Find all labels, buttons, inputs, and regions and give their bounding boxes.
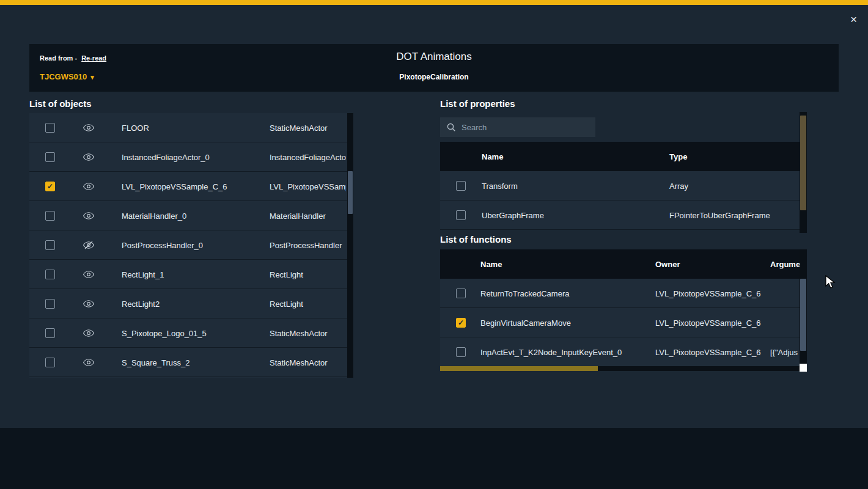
property-checkbox[interactable] bbox=[456, 210, 466, 220]
dialog-header: Read from -Re-read TJCGWS010▾ DOT Animat… bbox=[29, 44, 839, 92]
object-checkbox[interactable] bbox=[45, 328, 55, 338]
function-row[interactable]: BeginVirtualCameraMove LVL_PixotopeVSSam… bbox=[440, 308, 800, 337]
function-checkbox[interactable] bbox=[456, 318, 466, 328]
function-name: BeginVirtualCameraMove bbox=[480, 318, 571, 327]
object-row[interactable]: InstancedFoliageActor_0 InstancedFoliage… bbox=[29, 142, 347, 172]
function-row[interactable]: ReturnToTrackedCamera LVL_PixotopeVSSamp… bbox=[440, 279, 800, 308]
properties-heading: List of properties bbox=[440, 98, 515, 109]
functions-col-owner: Owner bbox=[655, 260, 680, 269]
functions-hscrollbar[interactable] bbox=[440, 366, 800, 371]
object-row[interactable]: RectLight2 RectLight bbox=[29, 289, 347, 318]
function-owner: LVL_PixotopeVSSample_C_6 bbox=[655, 318, 761, 327]
properties-table-header: Name Type bbox=[440, 142, 800, 171]
mouse-cursor bbox=[825, 275, 836, 290]
object-name: RectLight2 bbox=[122, 299, 160, 308]
functions-table-header: Name Owner Arguments bbox=[440, 249, 800, 279]
object-name: FLOOR bbox=[122, 123, 149, 132]
close-icon[interactable]: × bbox=[850, 13, 857, 25]
properties-scrollbar-thumb[interactable] bbox=[800, 116, 806, 210]
objects-list: FLOOR StaticMeshActor InstancedFoliageAc… bbox=[29, 113, 347, 378]
function-checkbox[interactable] bbox=[456, 347, 466, 357]
visibility-eye-icon[interactable] bbox=[83, 329, 95, 337]
object-name: InstancedFoliageActor_0 bbox=[122, 152, 210, 161]
property-name: UberGraphFrame bbox=[482, 210, 544, 219]
object-name: LVL_PixotopeVSSample_C_6 bbox=[122, 182, 227, 191]
function-owner: LVL_PixotopeVSSample_C_6 bbox=[655, 347, 761, 356]
object-checkbox[interactable] bbox=[45, 211, 55, 221]
object-checkbox[interactable] bbox=[45, 240, 55, 250]
objects-scrollbar[interactable] bbox=[347, 113, 353, 378]
property-type: Array bbox=[669, 181, 688, 190]
functions-heading: List of functions bbox=[440, 234, 512, 244]
object-type: RectLight bbox=[270, 299, 346, 308]
visibility-eye-icon[interactable] bbox=[83, 153, 95, 161]
object-checkbox[interactable] bbox=[45, 123, 55, 133]
object-name: PostProcessHandler_0 bbox=[122, 240, 203, 249]
property-name: Transform bbox=[482, 181, 518, 190]
function-checkbox[interactable] bbox=[456, 289, 466, 298]
objects-scrollbar-thumb[interactable] bbox=[348, 171, 353, 214]
top-accent-bar bbox=[0, 0, 868, 5]
object-type: MaterialHandler bbox=[270, 211, 346, 220]
object-type: InstancedFoliageActor bbox=[270, 152, 346, 161]
object-name: MaterialHandler_0 bbox=[122, 211, 186, 220]
dialog-subtitle: PixotopeCalibration bbox=[29, 73, 839, 81]
object-type: StaticMeshActor bbox=[270, 328, 346, 337]
object-checkbox[interactable] bbox=[45, 182, 55, 191]
property-type: FPointerToUberGraphFrame bbox=[669, 210, 770, 219]
dialog-footer: Cancel Select bbox=[0, 428, 868, 489]
properties-col-name: Name bbox=[482, 152, 503, 161]
object-checkbox[interactable] bbox=[45, 270, 55, 279]
search-icon bbox=[446, 122, 456, 132]
visibility-eye-icon[interactable] bbox=[83, 270, 95, 279]
object-name: S_Pixotope_Logo_01_5 bbox=[122, 328, 207, 337]
object-name: S_Square_Truss_2 bbox=[122, 358, 190, 367]
dialog-root: × Read from -Re-read TJCGWS010▾ DOT Anim… bbox=[0, 0, 868, 489]
functions-table: Name Owner Arguments ReturnToTrackedCame… bbox=[440, 249, 800, 367]
search-input[interactable] bbox=[462, 123, 584, 132]
object-row[interactable]: S_Pixotope_Logo_01_5 StaticMeshActor bbox=[29, 318, 347, 348]
visibility-eye-icon[interactable] bbox=[83, 241, 95, 249]
visibility-eye-icon[interactable] bbox=[83, 358, 95, 367]
functions-hscrollbar-thumb[interactable] bbox=[440, 366, 598, 371]
property-checkbox[interactable] bbox=[456, 181, 466, 191]
object-row[interactable]: S_Square_Truss_2 StaticMeshActor bbox=[29, 348, 347, 377]
properties-search[interactable] bbox=[440, 117, 595, 137]
visibility-eye-icon[interactable] bbox=[83, 211, 95, 220]
function-name: InpActEvt_T_K2Node_InputKeyEvent_0 bbox=[480, 347, 622, 356]
object-type: StaticMeshActor bbox=[270, 358, 346, 367]
functions-col-name: Name bbox=[480, 260, 502, 269]
properties-scrollbar[interactable] bbox=[800, 112, 807, 233]
visibility-eye-icon[interactable] bbox=[83, 123, 95, 132]
property-row[interactable]: UberGraphFrame FPointerToUberGraphFrame bbox=[440, 200, 800, 230]
function-name: ReturnToTrackedCamera bbox=[480, 289, 569, 298]
object-checkbox[interactable] bbox=[45, 152, 55, 162]
property-row[interactable]: Transform Array bbox=[440, 171, 800, 200]
object-type: PostProcessHandler bbox=[270, 240, 346, 249]
object-checkbox[interactable] bbox=[45, 358, 55, 367]
visibility-eye-icon[interactable] bbox=[83, 300, 95, 308]
object-type: RectLight bbox=[270, 270, 346, 279]
object-type: LVL_PixotopeVSSample_C bbox=[270, 182, 346, 191]
functions-col-arguments: Arguments bbox=[770, 260, 800, 269]
functions-scrollbar[interactable] bbox=[800, 249, 807, 364]
object-row[interactable]: RectLight_1 RectLight bbox=[29, 260, 347, 289]
function-row[interactable]: InpActEvt_T_K2Node_InputKeyEvent_0 LVL_P… bbox=[440, 337, 800, 367]
object-type: StaticMeshActor bbox=[270, 123, 346, 132]
object-checkbox[interactable] bbox=[45, 299, 55, 309]
object-row[interactable]: PostProcessHandler_0 PostProcessHandler bbox=[29, 230, 347, 260]
object-row[interactable]: FLOOR StaticMeshActor bbox=[29, 113, 347, 142]
objects-heading: List of objects bbox=[29, 98, 92, 109]
visibility-eye-icon[interactable] bbox=[83, 182, 95, 191]
functions-scrollbar-thumb[interactable] bbox=[800, 279, 806, 351]
scrollbar-corner bbox=[800, 364, 807, 372]
object-row[interactable]: MaterialHandler_0 MaterialHandler bbox=[29, 201, 347, 230]
function-owner: LVL_PixotopeVSSample_C_6 bbox=[655, 289, 761, 298]
object-row[interactable]: LVL_PixotopeVSSample_C_6 LVL_PixotopeVSS… bbox=[29, 172, 347, 201]
function-arguments: [{"Adjus bbox=[770, 347, 800, 356]
properties-col-type: Type bbox=[669, 152, 687, 161]
object-name: RectLight_1 bbox=[122, 270, 164, 279]
dialog-title: DOT Animations bbox=[29, 51, 839, 63]
properties-table: Name Type Transform Array UberGraphFrame… bbox=[440, 142, 800, 230]
